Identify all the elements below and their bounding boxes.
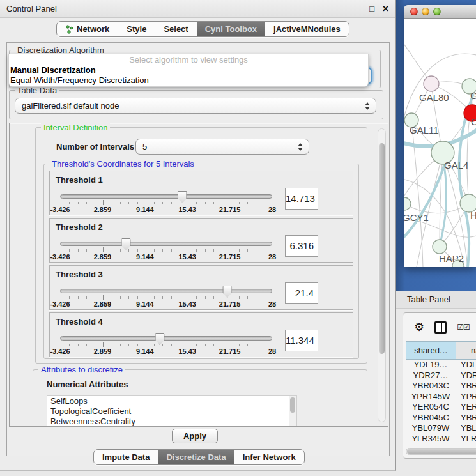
slider-scale: -3.426 2.859 9.144 15.43 21.715 28: [60, 301, 272, 308]
gear-icon[interactable]: ⚙: [414, 321, 424, 333]
attributes-group-label: Attributes to discretize: [38, 365, 125, 374]
algorithm-dropdown-popup: Select algorithm to view settings Manual…: [8, 54, 369, 87]
split-columns-icon[interactable]: [434, 321, 447, 334]
control-panel-titlebar: Control Panel □ ✕: [0, 0, 395, 18]
table-row[interactable]: YIL052CYIL0: [406, 444, 476, 445]
threshold-2-slider[interactable]: -3.426 2.859 9.144 15.43 21.715 28: [60, 242, 272, 261]
table-row[interactable]: YBR045CYBR0: [406, 413, 476, 424]
table-row[interactable]: YPR145WYPR1: [406, 392, 476, 403]
dropdown-option-equal-width[interactable]: Equal Width/Frequency Discretization: [9, 75, 368, 86]
table-panel: ⚙ ☑☑ shared… name YDL19…YDL1 YDR27…YDR2 …: [403, 312, 476, 459]
threshold-1-label: Threshold 1: [56, 175, 103, 185]
spinner-icon: [298, 143, 303, 151]
table-row[interactable]: YLR345WYLR3: [406, 434, 476, 445]
table-panel-title: Table Panel: [407, 295, 450, 304]
table-row[interactable]: YBR043CYBR0: [406, 381, 476, 392]
numerical-attributes-list[interactable]: SelfLoops TopologicalCoefficient Between…: [47, 395, 297, 427]
control-panel-window: Control Panel □ ✕ Network Style Select C…: [0, 0, 396, 471]
tab-cyni-toolbox[interactable]: Cyni Toolbox: [197, 22, 265, 36]
table-body[interactable]: YDL19…YDL1 YDR27…YDR2 YBR043CYBR0 YPR145…: [406, 360, 476, 445]
network-graph-svg: GAL80 GA C GAL11 GAL4 GCY1 H HAP2: [404, 19, 476, 267]
close-traffic-light-icon[interactable]: [410, 8, 418, 15]
threshold-3-label: Threshold 3: [56, 270, 103, 279]
network-graph-view[interactable]: GAL80 GA C GAL11 GAL4 GCY1 H HAP2: [404, 19, 476, 267]
control-panel-tabs: Network Style Select Cyni Toolbox jActiv…: [56, 21, 349, 37]
cyni-mode-tabs: Impute Data Discretize Data Infer Networ…: [93, 449, 305, 465]
threshold-4-value[interactable]: 11.344: [285, 330, 318, 351]
numerical-attributes-label: Numerical Attributes: [47, 380, 128, 389]
threshold-3-card: Threshold 3 -3.426 2.859 9.144 15.43 21.…: [49, 265, 353, 310]
threshold-1-card: Threshold 1 -3.426 2.859 9.144 15.43 21.…: [49, 171, 353, 215]
threshold-4-slider[interactable]: -3.426 2.859 9.144 15.43 21.715 28: [60, 336, 272, 355]
checkbox-filter-icons[interactable]: ☑☑: [457, 323, 470, 332]
node-gal80[interactable]: [424, 76, 439, 91]
node-gcy1[interactable]: [404, 197, 411, 210]
node-label: HAP2: [439, 253, 464, 264]
threshold-2-label: Threshold 2: [56, 222, 103, 232]
node-label: C: [471, 116, 476, 127]
table-horizontal-scrollbar[interactable]: [406, 448, 476, 455]
node-attribute-table: shared… name YDL19…YDL1 YDR27…YDR2 YBR04…: [406, 341, 476, 458]
threshold-coordinates-label: Threshold's Coordinates for 5 Intervals: [49, 159, 197, 169]
panel-scrollbar[interactable]: [378, 128, 386, 422]
list-item[interactable]: TopologicalCoefficient: [47, 406, 296, 417]
network-canvas[interactable]: GAL80 GA C GAL11 GAL4 GCY1 H HAP2: [396, 0, 476, 291]
tab-style[interactable]: Style: [118, 22, 155, 36]
table-row[interactable]: YDL19…YDL1: [406, 360, 476, 371]
number-of-intervals-label: Number of Intervals: [56, 142, 134, 151]
threshold-2-value[interactable]: 6.316: [285, 235, 318, 257]
threshold-3-slider[interactable]: -3.426 2.859 9.144 15.43 21.715 28: [60, 289, 272, 308]
tab-jactivemnodules[interactable]: jActiveMNodules: [265, 22, 349, 36]
network-view-window[interactable]: GAL80 GA C GAL11 GAL4 GCY1 H HAP2: [404, 5, 476, 267]
network-window-titlebar[interactable]: [404, 5, 476, 19]
table-data-group: Table Data galFiltered.sif default node: [9, 90, 383, 119]
slider-scale: -3.426 2.859 9.144 15.43 21.715 28: [60, 348, 272, 355]
tab-select[interactable]: Select: [155, 22, 196, 36]
tab-discretize-data[interactable]: Discretize Data: [158, 450, 234, 464]
node-label: GAL80: [419, 92, 449, 103]
spinner-icon: [365, 102, 370, 110]
table-row[interactable]: YBL079WYBL0: [406, 423, 476, 434]
table-data-combobox[interactable]: galFiltered.sif default node: [15, 98, 376, 114]
table-row[interactable]: YER054CYER0: [406, 402, 476, 413]
node-label: H: [470, 210, 476, 220]
threshold-coordinates-group: Threshold's Coordinates for 5 Intervals …: [43, 164, 359, 359]
threshold-1-value[interactable]: 14.713: [285, 188, 318, 210]
table-data-label: Table Data: [15, 86, 59, 95]
node-label: GCY1: [404, 212, 429, 223]
tab-infer-network[interactable]: Infer Network: [234, 450, 304, 464]
list-item[interactable]: BetweennessCentrality: [47, 417, 296, 427]
close-window-icon[interactable]: ✕: [382, 4, 389, 13]
dropdown-option-manual[interactable]: Manual Discretization: [9, 65, 368, 75]
window-title: Control Panel: [6, 4, 57, 13]
threshold-3-value[interactable]: 21.4: [285, 282, 318, 304]
apply-button[interactable]: Apply: [172, 429, 218, 443]
node-label: GA: [470, 90, 476, 101]
number-of-intervals-combobox[interactable]: 5: [135, 139, 309, 155]
threshold-2-card: Threshold 2 -3.426 2.859 9.144 15.43 21.…: [49, 218, 353, 263]
node-label: GAL11: [410, 125, 439, 135]
table-row[interactable]: YDR27…YDR2: [406, 371, 476, 381]
node-label: GAL4: [444, 160, 468, 171]
list-item[interactable]: SelfLoops: [47, 396, 296, 406]
dropdown-placeholder: Select algorithm to view settings: [9, 54, 368, 65]
table-header-row: shared… name: [406, 341, 476, 360]
slider-scale: -3.426 2.859 9.144 15.43 21.715 28: [60, 206, 272, 213]
settings-scroll-panel: Interval Definition Number of Intervals …: [9, 123, 388, 427]
interval-definition-group: Interval Definition Number of Intervals …: [35, 127, 367, 364]
tab-network[interactable]: Network: [57, 22, 118, 36]
table-toolbar: ⚙ ☑☑: [403, 313, 476, 341]
node-hap2[interactable]: [433, 240, 447, 254]
table-panel-titlebar: Table Panel: [396, 291, 476, 309]
threshold-1-slider[interactable]: -3.426 2.859 9.144 15.43 21.715 28: [60, 194, 272, 213]
interval-definition-label: Interval Definition: [41, 123, 110, 132]
tab-impute-data[interactable]: Impute Data: [94, 450, 158, 464]
list-scrollbar[interactable]: [289, 396, 296, 427]
float-window-icon[interactable]: □: [369, 4, 374, 13]
threshold-4-card: Threshold 4 -3.426 2.859 9.144 15.43 21.…: [49, 312, 353, 357]
zoom-traffic-light-icon[interactable]: [433, 8, 441, 15]
column-header-name[interactable]: name: [456, 342, 476, 359]
column-header-shared[interactable]: shared…: [406, 342, 456, 359]
network-icon: [65, 25, 73, 34]
minimize-traffic-light-icon[interactable]: [422, 8, 429, 15]
